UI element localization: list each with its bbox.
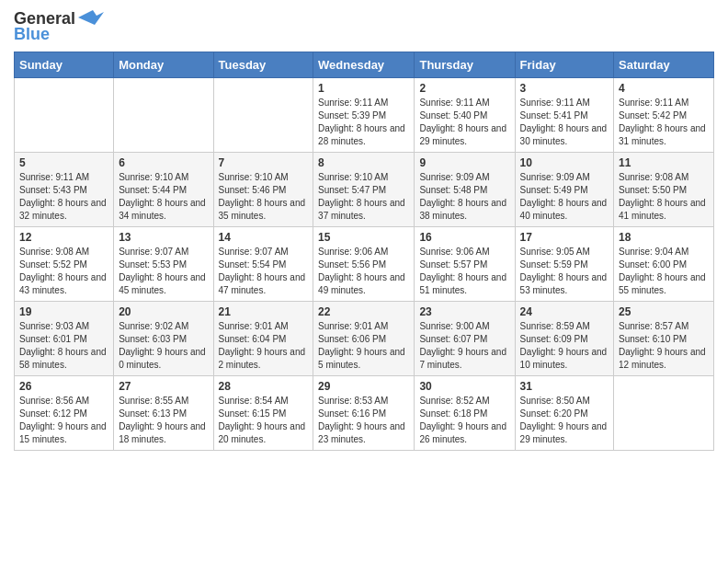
- day-number: 26: [19, 380, 108, 393]
- calendar-header-thursday: Thursday: [415, 52, 515, 78]
- logo-container: General Blue: [14, 9, 104, 44]
- day-number: 10: [520, 156, 609, 169]
- day-info: Sunrise: 9:08 AMSunset: 5:52 PMDaylight:…: [19, 246, 108, 297]
- calendar-cell: 21Sunrise: 9:01 AMSunset: 6:04 PMDayligh…: [213, 302, 313, 376]
- day-number: 24: [520, 305, 609, 318]
- day-number: 13: [119, 231, 208, 244]
- calendar-cell: 12Sunrise: 9:08 AMSunset: 5:52 PMDayligh…: [15, 227, 114, 302]
- calendar-header-saturday: Saturday: [614, 52, 714, 78]
- calendar-header-sunday: Sunday: [15, 52, 114, 78]
- calendar-cell: 10Sunrise: 9:09 AMSunset: 5:49 PMDayligh…: [515, 153, 613, 227]
- page: General Blue SundayMondayTuesdayWednesda…: [0, 0, 728, 465]
- calendar-cell: 6Sunrise: 9:10 AMSunset: 5:44 PMDaylight…: [114, 153, 213, 227]
- calendar-cell: 23Sunrise: 9:00 AMSunset: 6:07 PMDayligh…: [415, 302, 515, 376]
- day-info: Sunrise: 9:10 AMSunset: 5:46 PMDaylight:…: [219, 171, 309, 223]
- day-info: Sunrise: 9:10 AMSunset: 5:44 PMDaylight:…: [119, 171, 208, 223]
- calendar-cell: [614, 376, 714, 451]
- calendar-header-row: SundayMondayTuesdayWednesdayThursdayFrid…: [15, 52, 714, 78]
- calendar-header-tuesday: Tuesday: [213, 52, 313, 78]
- calendar-week-3: 12Sunrise: 9:08 AMSunset: 5:52 PMDayligh…: [15, 227, 714, 302]
- day-number: 1: [318, 82, 409, 95]
- calendar-header-wednesday: Wednesday: [313, 52, 415, 78]
- calendar-cell: 18Sunrise: 9:04 AMSunset: 6:00 PMDayligh…: [614, 227, 714, 302]
- calendar-table: SundayMondayTuesdayWednesdayThursdayFrid…: [14, 52, 714, 451]
- calendar-cell: 8Sunrise: 9:10 AMSunset: 5:47 PMDaylight…: [313, 153, 415, 227]
- day-number: 11: [619, 156, 709, 169]
- day-info: Sunrise: 9:11 AMSunset: 5:42 PMDaylight:…: [619, 97, 709, 148]
- day-number: 7: [219, 156, 309, 169]
- day-info: Sunrise: 9:05 AMSunset: 5:59 PMDaylight:…: [520, 246, 609, 297]
- day-number: 31: [520, 380, 609, 393]
- day-number: 12: [19, 231, 108, 244]
- calendar-cell: 29Sunrise: 8:53 AMSunset: 6:16 PMDayligh…: [313, 376, 415, 451]
- calendar-cell: 2Sunrise: 9:11 AMSunset: 5:40 PMDaylight…: [415, 78, 515, 153]
- calendar-cell: 13Sunrise: 9:07 AMSunset: 5:53 PMDayligh…: [114, 227, 213, 302]
- calendar-cell: 14Sunrise: 9:07 AMSunset: 5:54 PMDayligh…: [213, 227, 313, 302]
- calendar-cell: 15Sunrise: 9:06 AMSunset: 5:56 PMDayligh…: [313, 227, 415, 302]
- day-info: Sunrise: 9:11 AMSunset: 5:40 PMDaylight:…: [419, 97, 509, 148]
- day-info: Sunrise: 8:55 AMSunset: 6:13 PMDaylight:…: [119, 395, 208, 446]
- calendar-cell: 17Sunrise: 9:05 AMSunset: 5:59 PMDayligh…: [515, 227, 613, 302]
- day-number: 18: [619, 231, 709, 244]
- calendar-cell: 5Sunrise: 9:11 AMSunset: 5:43 PMDaylight…: [15, 153, 114, 227]
- day-number: 14: [219, 231, 309, 244]
- day-number: 16: [419, 231, 509, 244]
- day-number: 28: [219, 380, 309, 393]
- day-number: 23: [419, 305, 509, 318]
- calendar-cell: 3Sunrise: 9:11 AMSunset: 5:41 PMDaylight…: [515, 78, 613, 153]
- day-info: Sunrise: 9:00 AMSunset: 6:07 PMDaylight:…: [419, 320, 509, 372]
- calendar-cell: 9Sunrise: 9:09 AMSunset: 5:48 PMDaylight…: [415, 153, 515, 227]
- day-info: Sunrise: 9:06 AMSunset: 5:57 PMDaylight:…: [419, 246, 509, 297]
- day-info: Sunrise: 8:57 AMSunset: 6:10 PMDaylight:…: [619, 320, 709, 372]
- day-number: 3: [520, 82, 609, 95]
- header: General Blue: [14, 9, 714, 44]
- day-number: 9: [419, 156, 509, 169]
- calendar-header-monday: Monday: [114, 52, 213, 78]
- calendar-cell: 4Sunrise: 9:11 AMSunset: 5:42 PMDaylight…: [614, 78, 714, 153]
- day-info: Sunrise: 8:54 AMSunset: 6:15 PMDaylight:…: [219, 395, 309, 446]
- day-number: 25: [619, 305, 709, 318]
- day-info: Sunrise: 8:52 AMSunset: 6:18 PMDaylight:…: [419, 395, 509, 446]
- calendar-cell: [114, 78, 213, 153]
- calendar-cell: 27Sunrise: 8:55 AMSunset: 6:13 PMDayligh…: [114, 376, 213, 451]
- calendar-cell: [213, 78, 313, 153]
- day-number: 21: [219, 305, 309, 318]
- day-info: Sunrise: 9:09 AMSunset: 5:49 PMDaylight:…: [520, 171, 609, 223]
- day-info: Sunrise: 9:09 AMSunset: 5:48 PMDaylight:…: [419, 171, 509, 223]
- calendar-cell: [15, 78, 114, 153]
- calendar-week-2: 5Sunrise: 9:11 AMSunset: 5:43 PMDaylight…: [15, 153, 714, 227]
- day-number: 27: [119, 380, 208, 393]
- day-number: 8: [318, 156, 409, 169]
- day-info: Sunrise: 9:08 AMSunset: 5:50 PMDaylight:…: [619, 171, 709, 223]
- calendar-week-5: 26Sunrise: 8:56 AMSunset: 6:12 PMDayligh…: [15, 376, 714, 451]
- day-number: 29: [318, 380, 409, 393]
- calendar-cell: 7Sunrise: 9:10 AMSunset: 5:46 PMDaylight…: [213, 153, 313, 227]
- day-number: 19: [19, 305, 108, 318]
- day-info: Sunrise: 9:03 AMSunset: 6:01 PMDaylight:…: [19, 320, 108, 372]
- day-info: Sunrise: 8:59 AMSunset: 6:09 PMDaylight:…: [520, 320, 609, 372]
- day-info: Sunrise: 9:11 AMSunset: 5:39 PMDaylight:…: [318, 97, 409, 148]
- day-number: 2: [419, 82, 509, 95]
- logo: General Blue: [14, 9, 104, 44]
- day-number: 20: [119, 305, 208, 318]
- calendar-cell: 25Sunrise: 8:57 AMSunset: 6:10 PMDayligh…: [614, 302, 714, 376]
- day-number: 15: [318, 231, 409, 244]
- day-number: 5: [19, 156, 108, 169]
- calendar-cell: 19Sunrise: 9:03 AMSunset: 6:01 PMDayligh…: [15, 302, 114, 376]
- day-info: Sunrise: 9:10 AMSunset: 5:47 PMDaylight:…: [318, 171, 409, 223]
- day-info: Sunrise: 9:07 AMSunset: 5:54 PMDaylight:…: [219, 246, 309, 297]
- day-info: Sunrise: 8:53 AMSunset: 6:16 PMDaylight:…: [318, 395, 409, 446]
- calendar-cell: 30Sunrise: 8:52 AMSunset: 6:18 PMDayligh…: [415, 376, 515, 451]
- calendar-cell: 16Sunrise: 9:06 AMSunset: 5:57 PMDayligh…: [415, 227, 515, 302]
- svg-marker-0: [78, 10, 104, 25]
- calendar-cell: 1Sunrise: 9:11 AMSunset: 5:39 PMDaylight…: [313, 78, 415, 153]
- calendar-cell: 11Sunrise: 9:08 AMSunset: 5:50 PMDayligh…: [614, 153, 714, 227]
- day-info: Sunrise: 9:11 AMSunset: 5:43 PMDaylight:…: [19, 171, 108, 223]
- calendar-cell: 31Sunrise: 8:50 AMSunset: 6:20 PMDayligh…: [515, 376, 613, 451]
- logo-blue-text: Blue: [14, 25, 50, 44]
- day-info: Sunrise: 9:01 AMSunset: 6:04 PMDaylight:…: [219, 320, 309, 372]
- calendar-cell: 22Sunrise: 9:01 AMSunset: 6:06 PMDayligh…: [313, 302, 415, 376]
- logo-bird-icon: [78, 8, 104, 27]
- day-info: Sunrise: 8:50 AMSunset: 6:20 PMDaylight:…: [520, 395, 609, 446]
- day-number: 22: [318, 305, 409, 318]
